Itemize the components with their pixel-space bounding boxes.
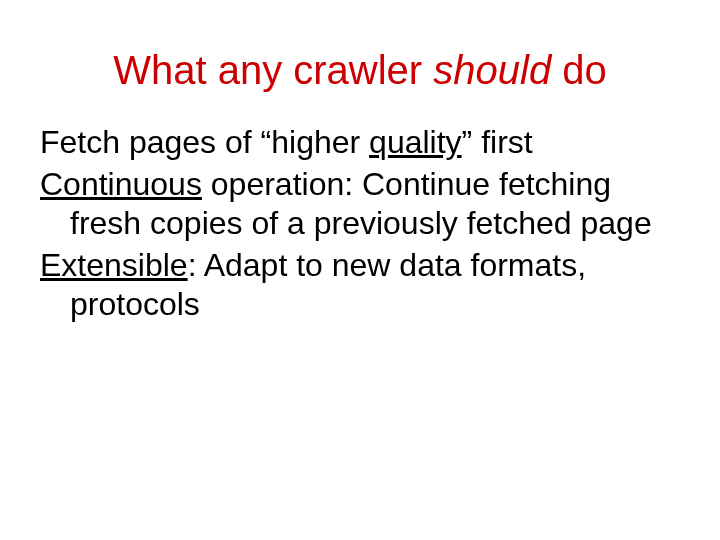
b1-underlined: quality xyxy=(369,124,462,160)
b1-post: ” first xyxy=(462,124,533,160)
slide-title: What any crawler should do xyxy=(40,48,680,93)
slide-body: Fetch pages of “higher quality” first Co… xyxy=(40,123,680,323)
b1-pre: Fetch pages of “higher xyxy=(40,124,369,160)
title-part1: What any crawler xyxy=(113,48,433,92)
bullet-2: Continuous operation: Continue fetching … xyxy=(40,165,680,242)
title-part2: do xyxy=(551,48,607,92)
bullet-1: Fetch pages of “higher quality” first xyxy=(40,123,680,161)
b3-underlined: Extensible xyxy=(40,247,188,283)
slide: What any crawler should do Fetch pages o… xyxy=(0,0,720,540)
title-italic: should xyxy=(433,48,551,92)
b2-underlined: Continuous xyxy=(40,166,202,202)
bullet-3: Extensible: Adapt to new data formats, p… xyxy=(40,246,680,323)
